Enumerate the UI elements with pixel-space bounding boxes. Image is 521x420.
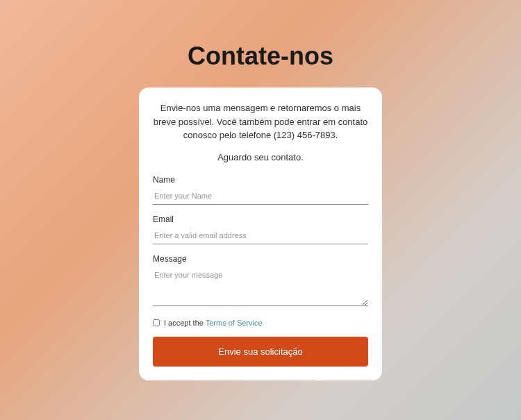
intro-text: Envie-nos uma mensagem e retornaremos o …: [153, 101, 368, 142]
message-input[interactable]: [153, 268, 368, 306]
tos-link[interactable]: Terms of Service: [206, 319, 263, 327]
contact-card: Envie-nos uma mensagem e retornaremos o …: [139, 87, 382, 380]
tos-checkbox[interactable]: [153, 319, 160, 326]
name-input[interactable]: [153, 189, 368, 205]
checkbox-prefix: I accept the: [164, 319, 206, 327]
subtitle-text: Aguardo seu contato.: [153, 152, 368, 162]
checkbox-label: I accept the Terms of Service: [164, 319, 263, 327]
page-title: Contate-nos: [188, 42, 333, 71]
email-input[interactable]: [153, 228, 368, 244]
message-label: Message: [153, 254, 368, 264]
name-group: Name: [153, 175, 368, 205]
email-label: Email: [153, 215, 368, 224]
submit-button[interactable]: Envie sua solicitação: [153, 337, 368, 367]
message-group: Message: [153, 254, 368, 309]
checkbox-row: I accept the Terms of Service: [153, 319, 368, 327]
email-group: Email: [153, 215, 368, 244]
name-label: Name: [153, 175, 368, 185]
